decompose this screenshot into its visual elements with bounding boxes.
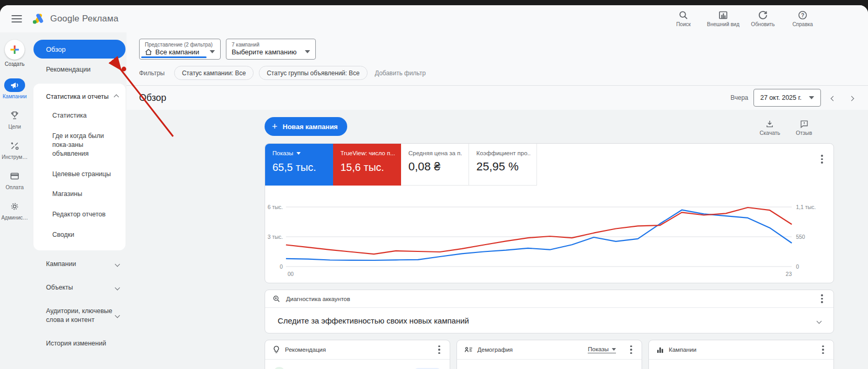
app-window: Google Реклама Поиск Внешний вид Обновит…	[0, 5, 868, 369]
card-icon	[9, 171, 20, 181]
chevron-down-icon	[817, 319, 822, 324]
chevron-down-icon	[115, 285, 120, 290]
filters-label: Фильтры	[139, 70, 165, 77]
campaign-selector[interactable]: 7 кампаний Выберите кампанию	[226, 39, 316, 60]
rail-item-billing[interactable]: Оплата	[4, 169, 25, 190]
menu-icon[interactable]	[12, 15, 22, 22]
help-icon: ?	[797, 10, 808, 20]
nav-rail: Создать Кампании Цели Инструм…	[0, 32, 29, 369]
sidebar-item-statistics[interactable]: Статистика	[33, 106, 125, 126]
demographics-menu-button[interactable]	[627, 344, 635, 356]
metric-value: 0,08 ₴	[408, 160, 462, 174]
campaigns-card-menu-button[interactable]	[819, 344, 827, 356]
caret-down-icon	[210, 50, 215, 53]
svg-text:1,1 тыс.: 1,1 тыс.	[796, 204, 816, 210]
chevron-left-icon	[831, 96, 836, 101]
caret-down-icon	[296, 152, 301, 155]
sidebar-item-change-history[interactable]: История изменений	[33, 332, 127, 355]
main-area: Представление (2 фильтра) Все кампании 7…	[127, 32, 868, 369]
bar-chart-icon	[656, 346, 664, 354]
demographics-metric-selector[interactable]: Показы	[588, 346, 616, 353]
rail-item-campaigns[interactable]: Кампании	[3, 78, 27, 99]
brand-logo[interactable]: Google Реклама	[31, 13, 119, 25]
card-title: Рекомендация	[285, 347, 430, 353]
topbar: Google Реклама Поиск Внешний вид Обновит…	[0, 5, 868, 32]
refresh-icon	[758, 10, 768, 20]
new-campaign-button[interactable]: + Новая кампания	[265, 117, 347, 136]
overview-content: + Новая кампания Скачать Отзыв	[127, 110, 868, 369]
refresh-button[interactable]: Обновить	[747, 10, 779, 28]
lightbulb-icon	[272, 345, 280, 354]
metric-card-impressions[interactable]: Показы 65,5 тыс.	[265, 144, 333, 186]
svg-text:0: 0	[796, 264, 799, 270]
metric-value: 15,6 тыс.	[340, 162, 395, 174]
recommendation-item[interactable]: Задайте целевую цену за конверсию +7,9 %	[273, 367, 441, 369]
sidebar: Обзор Рекомендации Статистика и отчеты С…	[29, 32, 127, 369]
chevron-down-icon	[115, 261, 120, 267]
chart-card-menu-button[interactable]	[818, 153, 826, 165]
filter-chip-campaign-status[interactable]: Статус кампании: Все	[174, 66, 254, 80]
sidebar-item-stores[interactable]: Магазины	[33, 184, 125, 204]
sidebar-item-stats-reports[interactable]: Статистика и отчеты	[33, 87, 125, 106]
hourly-performance-chart[interactable]: 6 тыс. 3 тыс. 0 1,1 тыс. 550 0 00 23	[265, 186, 833, 283]
selector-active-underline	[141, 56, 207, 58]
search-button[interactable]: Поиск	[667, 10, 700, 28]
rail-item-admin[interactable]: Админис…	[1, 200, 28, 221]
rail-item-goals[interactable]: Цели	[4, 109, 25, 130]
diagnostics-expand-row[interactable]: Следите за эффективностью своих новых ка…	[265, 308, 833, 333]
svg-text:6 тыс.: 6 тыс.	[268, 204, 283, 210]
previous-period-button[interactable]	[829, 91, 837, 105]
diagnostics-icon	[272, 295, 281, 303]
view-selector[interactable]: Представление (2 фильтра) Все кампании	[139, 39, 221, 60]
add-filter-button[interactable]: Добавить фильтр	[375, 70, 426, 77]
sidebar-item-summaries[interactable]: Сводки	[33, 225, 125, 245]
chevron-down-icon	[115, 313, 120, 318]
campaigns-description: Сводные данные об эффективности кампаний	[657, 367, 825, 369]
chevron-up-icon	[114, 94, 119, 99]
metric-value: 65,5 тыс.	[272, 162, 327, 174]
sidebar-stats-section: Статистика и отчеты Статистика Где и ког…	[33, 84, 125, 250]
sidebar-item-objects[interactable]: Объекты	[33, 276, 127, 299]
diagnostics-menu-button[interactable]	[818, 293, 826, 305]
plus-icon: +	[272, 122, 278, 131]
download-button[interactable]: Скачать	[760, 119, 780, 136]
filter-chip-adgroup-status[interactable]: Статус группы объявлений: Все	[259, 66, 367, 80]
svg-text:3 тыс.: 3 тыс.	[268, 234, 283, 240]
svg-text:550: 550	[796, 234, 805, 240]
sidebar-item-report-editor[interactable]: Редактор отчетов	[33, 204, 125, 225]
tools-icon	[9, 141, 20, 151]
period-label: Вчера	[730, 94, 748, 101]
chevron-right-icon	[849, 96, 854, 101]
metric-card-trueview[interactable]: TrueView: число п... 15,6 тыс.	[333, 144, 401, 186]
sidebar-item-campaigns[interactable]: Кампании	[33, 252, 127, 276]
feedback-button[interactable]: Отзыв	[796, 119, 812, 136]
sidebar-item-overview[interactable]: Обзор	[33, 40, 125, 59]
rail-item-tools[interactable]: Инструм…	[2, 139, 28, 160]
create-button[interactable]: Создать	[5, 40, 25, 67]
metric-card-avg-cost[interactable]: Средняя цена за п... 0,08 ₴	[401, 144, 469, 186]
actions-row: + Новая кампания Скачать Отзыв	[265, 117, 834, 136]
recommendation-card: Рекомендация Задайте целевую цену за кон…	[265, 340, 450, 369]
help-button[interactable]: ? Справка	[786, 10, 819, 28]
card-title: Демография	[477, 347, 583, 353]
svg-text:?: ?	[801, 13, 804, 18]
recommendation-menu-button[interactable]	[435, 344, 443, 356]
svg-text:0: 0	[280, 264, 283, 270]
diagnostics-title: Диагностика аккаунтов	[286, 296, 350, 302]
sidebar-item-when-where-ads[interactable]: Где и когда были пока-заны объявления	[33, 126, 118, 164]
metric-card-conversion-rate[interactable]: Коэффициент про... 25,95 %	[469, 144, 537, 186]
brand-name: Google Реклама	[50, 14, 119, 24]
date-range-selector[interactable]: 27 окт. 2025 г.	[753, 89, 821, 107]
sidebar-item-audiences[interactable]: Аудитории, ключевые слова и контент	[33, 299, 127, 332]
sidebar-item-landing-pages[interactable]: Целевые страницы	[33, 164, 125, 184]
gear-icon	[9, 201, 20, 212]
appearance-button[interactable]: Внешний вид	[707, 10, 739, 28]
sidebar-item-recommendations[interactable]: Рекомендации	[33, 59, 127, 80]
next-period-button[interactable]	[848, 91, 855, 105]
caret-down-icon	[305, 50, 310, 53]
chart-line-trueview	[286, 207, 792, 254]
google-ads-logo-icon	[31, 13, 45, 25]
demographics-card: Демография Показы Показатели охвата, сег…	[456, 340, 642, 369]
page-title: Обзор	[139, 93, 166, 103]
topbar-actions: Поиск Внешний вид Обновить ? Справка	[667, 10, 819, 28]
